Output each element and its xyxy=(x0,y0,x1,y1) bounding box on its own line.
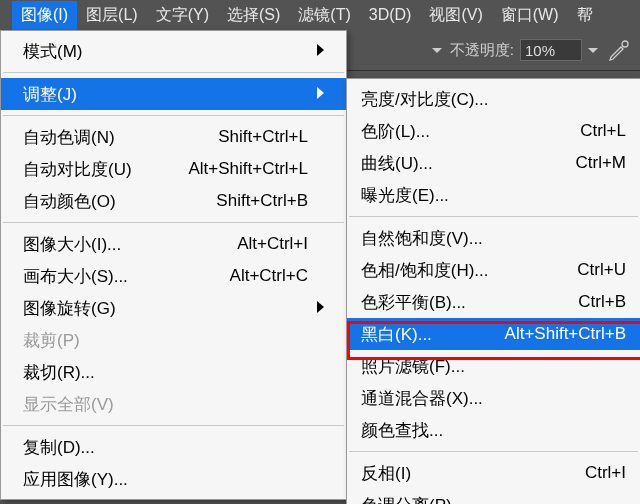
svg-point-0 xyxy=(622,41,628,47)
opacity-field[interactable]: 10% xyxy=(520,39,582,61)
submenu-photo-filter[interactable]: 照片滤镜(F)... xyxy=(347,350,640,382)
menubar-item-view[interactable]: 视图(V) xyxy=(420,1,491,30)
submenu-arrow-icon xyxy=(317,87,324,99)
menubar: 图像(I) 图层(L) 文字(Y) 选择(S) 滤镜(T) 3D(D) 视图(V… xyxy=(0,0,640,31)
menu-apply-image[interactable]: 应用图像(Y)... xyxy=(1,463,346,495)
menu-mode[interactable]: 模式(M) xyxy=(1,35,346,67)
submenu-invert[interactable]: 反相(I)Ctrl+I xyxy=(347,457,640,489)
submenu-levels[interactable]: 色阶(L)...Ctrl+L xyxy=(347,115,640,147)
dropdown-caret[interactable] xyxy=(402,39,442,61)
submenu-channel-mixer[interactable]: 通道混合器(X)... xyxy=(347,382,640,414)
adjustments-submenu: 亮度/对比度(C)... 色阶(L)...Ctrl+L 曲线(U)...Ctrl… xyxy=(346,78,640,504)
menubar-item-filter[interactable]: 滤镜(T) xyxy=(289,1,359,30)
separator xyxy=(3,115,344,116)
menubar-item-image[interactable]: 图像(I) xyxy=(12,1,77,30)
separator xyxy=(3,425,344,426)
menu-auto-tone[interactable]: 自动色调(N) Shift+Ctrl+L xyxy=(1,121,346,153)
separator xyxy=(3,222,344,223)
menu-adjustments[interactable]: 调整(J) xyxy=(1,78,346,110)
menubar-item-window[interactable]: 窗口(W) xyxy=(492,1,568,30)
menu-crop: 裁剪(P) xyxy=(1,324,346,356)
menu-canvas-size[interactable]: 画布大小(S)... Alt+Ctrl+C xyxy=(1,260,346,292)
separator xyxy=(3,72,344,73)
pressure-brush-icon[interactable] xyxy=(608,39,630,61)
submenu-color-balance[interactable]: 色彩平衡(B)...Ctrl+B xyxy=(347,286,640,318)
submenu-vibrance[interactable]: 自然饱和度(V)... xyxy=(347,222,640,254)
menubar-item-3d[interactable]: 3D(D) xyxy=(360,2,421,28)
opacity-caret-icon[interactable] xyxy=(588,48,598,53)
menubar-item-select[interactable]: 选择(S) xyxy=(218,1,289,30)
submenu-posterize[interactable]: 色调分离(P)... xyxy=(347,489,640,504)
submenu-curves[interactable]: 曲线(U)...Ctrl+M xyxy=(347,147,640,179)
separator xyxy=(349,216,638,217)
submenu-exposure[interactable]: 曝光度(E)... xyxy=(347,179,640,211)
separator xyxy=(349,451,638,452)
image-menu-dropdown: 模式(M) 调整(J) 自动色调(N) Shift+Ctrl+L 自动对比度(U… xyxy=(0,30,347,500)
submenu-arrow-icon xyxy=(317,44,324,56)
menu-image-size[interactable]: 图像大小(I)... Alt+Ctrl+I xyxy=(1,228,346,260)
submenu-color-lookup[interactable]: 颜色查找... xyxy=(347,414,640,446)
menubar-item-type[interactable]: 文字(Y) xyxy=(147,1,218,30)
menubar-item-layer[interactable]: 图层(L) xyxy=(77,1,147,30)
submenu-arrow-icon xyxy=(317,301,324,313)
menu-image-rotation[interactable]: 图像旋转(G) xyxy=(1,292,346,324)
menu-trim[interactable]: 裁切(R)... xyxy=(1,356,346,388)
opacity-label: 不透明度: xyxy=(450,41,514,60)
menu-auto-color[interactable]: 自动颜色(O) Shift+Ctrl+B xyxy=(1,185,346,217)
submenu-brightness-contrast[interactable]: 亮度/对比度(C)... xyxy=(347,83,640,115)
menubar-item-help[interactable]: 帮 xyxy=(568,1,602,30)
menu-duplicate[interactable]: 复制(D)... xyxy=(1,431,346,463)
menu-auto-contrast[interactable]: 自动对比度(U) Alt+Shift+Ctrl+L xyxy=(1,153,346,185)
submenu-black-white[interactable]: 黑白(K)...Alt+Shift+Ctrl+B xyxy=(347,318,640,350)
menu-reveal-all: 显示全部(V) xyxy=(1,388,346,420)
submenu-hue-saturation[interactable]: 色相/饱和度(H)...Ctrl+U xyxy=(347,254,640,286)
